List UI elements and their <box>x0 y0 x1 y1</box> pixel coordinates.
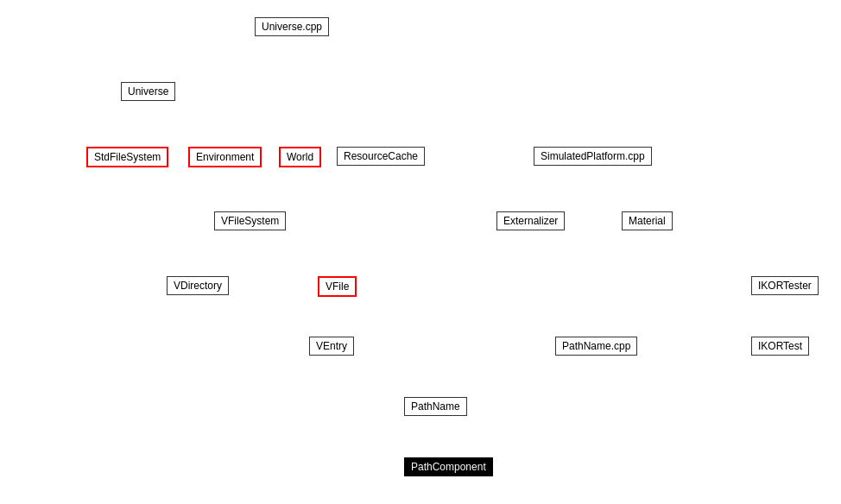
svg-line-19 <box>540 166 584 211</box>
vdirectory-node: VDirectory <box>167 276 229 295</box>
pathname_cpp-node: PathName.cpp <box>555 337 637 356</box>
diagram-container: Universe.cppUniverseStdFileSystemEnviron… <box>0 0 841 504</box>
ventry-node: VEntry <box>309 337 354 356</box>
vfile-node: VFile <box>318 276 357 297</box>
world-node: World <box>279 147 321 167</box>
pathname-node: PathName <box>404 397 467 416</box>
environment-node: Environment <box>188 147 262 167</box>
svg-line-16 <box>345 297 427 397</box>
svg-line-21 <box>446 230 636 397</box>
svg-line-8 <box>257 167 292 211</box>
ikortester-node: IKORTester <box>751 276 819 295</box>
universe_cpp-node: Universe.cpp <box>255 17 329 36</box>
svg-line-17 <box>260 230 427 397</box>
svg-line-3 <box>159 101 212 147</box>
simulatedplatform_cpp-node: SimulatedPlatform.cpp <box>534 147 652 166</box>
svg-line-18 <box>440 230 526 397</box>
stdfilesystem-node: StdFileSystem <box>86 147 168 167</box>
svg-line-22 <box>461 356 572 397</box>
resourcecache-node: ResourceCache <box>337 147 425 166</box>
svg-line-4 <box>170 101 279 148</box>
vfilesystem-node: VFileSystem <box>214 211 286 230</box>
svg-line-2 <box>130 101 145 147</box>
svg-line-0 <box>169 36 271 82</box>
svg-line-7 <box>229 167 246 211</box>
pathcomponent-node: PathComponent <box>404 457 493 476</box>
svg-line-13 <box>332 297 336 337</box>
arrows-svg <box>0 0 841 504</box>
svg-line-20 <box>601 166 640 211</box>
ikortest-node: IKORTest <box>751 337 809 356</box>
svg-line-12 <box>256 230 326 337</box>
universe-node: Universe <box>121 82 175 101</box>
svg-line-6 <box>148 167 232 211</box>
externalizer-node: Externalizer <box>496 211 565 230</box>
svg-line-1 <box>252 36 290 211</box>
svg-line-10 <box>206 230 243 276</box>
svg-line-23 <box>781 295 784 337</box>
svg-line-15 <box>348 356 420 397</box>
svg-line-9 <box>269 166 362 211</box>
svg-line-26 <box>157 101 427 397</box>
svg-line-25 <box>438 416 446 457</box>
svg-line-24 <box>467 351 751 401</box>
svg-line-11 <box>262 230 323 276</box>
svg-line-27 <box>383 166 433 397</box>
material-node: Material <box>622 211 673 230</box>
